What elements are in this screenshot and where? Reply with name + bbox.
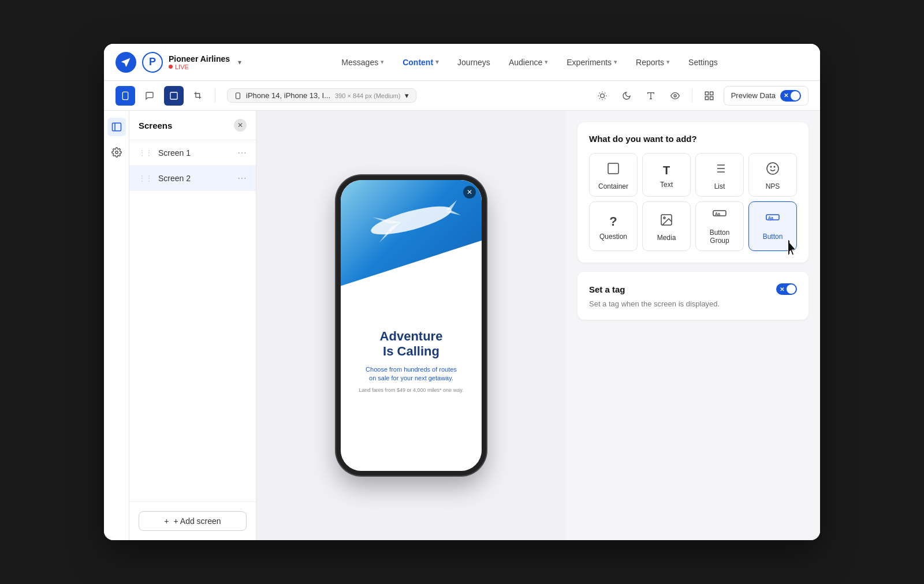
preview-button[interactable] [665, 86, 685, 106]
set-tag-card: Set a tag ✕ Set a tag when the screen is… [578, 272, 808, 320]
container-label: Container [598, 182, 628, 190]
nav-item-experiments[interactable]: Experiments ▾ [558, 54, 625, 70]
svg-rect-15 [705, 92, 708, 95]
phone-inner: ✕ AdventureIs Calling Choose from hundre… [341, 180, 482, 471]
toggle-x-icon: ✕ [784, 92, 788, 99]
svg-line-6 [599, 92, 600, 93]
svg-rect-2 [236, 93, 240, 99]
chevron-down-icon: ▾ [545, 58, 548, 66]
sun-icon [598, 91, 607, 100]
button-icon: Aa [766, 214, 780, 229]
screen-2-item[interactable]: ⋮⋮ Screen 2 ⋯ [129, 166, 256, 191]
element-button-button[interactable]: Aa Button [748, 201, 797, 251]
nav-item-messages[interactable]: Messages ▾ [333, 54, 392, 70]
nav-item-content[interactable]: Content ▾ [394, 54, 447, 70]
svg-rect-19 [112, 123, 121, 131]
fullscreen-button[interactable] [164, 86, 184, 106]
app-window: P Pioneer Airlines LIVE ▾ Messages ▾ Con… [104, 44, 820, 540]
add-screen-button[interactable]: + + Add screen [139, 511, 247, 531]
add-elements-title: What do you want to add? [589, 134, 797, 144]
device-selector[interactable]: iPhone 14, iPhone 13, I... 390 × 844 px … [227, 88, 416, 103]
phone-frame: ✕ AdventureIs Calling Choose from hundre… [336, 175, 486, 476]
nav-item-audience[interactable]: Audience ▾ [501, 54, 556, 70]
brand-status-badge: LIVE [169, 63, 230, 70]
text-size-button[interactable] [641, 86, 661, 106]
screens-footer: + + Add screen [129, 501, 256, 540]
container-icon [606, 162, 620, 179]
mouse-cursor-icon [786, 240, 800, 256]
element-container-button[interactable]: Container [589, 153, 638, 197]
button-label: Button [763, 233, 783, 241]
set-tag-toggle[interactable]: ✕ [776, 283, 797, 295]
button-group-icon: Aa [713, 210, 726, 225]
button-group-label: Button Group [701, 229, 739, 245]
nav-item-settings[interactable]: Settings [680, 54, 726, 70]
media-icon [660, 213, 673, 230]
text-label: Text [660, 181, 673, 189]
screens-close-button[interactable]: ✕ [234, 119, 247, 132]
add-screen-label: + Add screen [174, 516, 221, 526]
nav-item-journeys[interactable]: Journeys [449, 54, 498, 70]
plus-icon: + [164, 516, 169, 526]
svg-point-30 [767, 163, 778, 174]
settings-sidebar-button[interactable] [107, 143, 126, 162]
brand-text: Pioneer Airlines LIVE [169, 54, 230, 70]
element-button-group-button[interactable]: Aa Button Group [695, 201, 744, 251]
preview-data-toggle[interactable]: ✕ [780, 90, 801, 102]
mobile-view-button[interactable] [116, 86, 135, 106]
screen-1-item[interactable]: ⋮⋮ Screen 1 ⋯ [129, 140, 256, 166]
sidebar-icons [104, 111, 129, 540]
svg-point-14 [674, 95, 676, 97]
screens-sidebar-button[interactable] [107, 118, 126, 136]
toolbar-separator [215, 89, 215, 103]
status-dot [169, 65, 173, 69]
element-nps-button[interactable]: NPS [748, 153, 797, 197]
gear-icon [111, 147, 122, 158]
light-mode-button[interactable] [593, 86, 612, 106]
toolbar: iPhone 14, iPhone 13, I... 390 × 844 px … [104, 81, 820, 111]
element-text-button[interactable]: T Text [642, 153, 691, 197]
tag-header: Set a tag ✕ [589, 283, 797, 295]
phone-hero-image [341, 180, 482, 331]
preview-data-button[interactable]: Preview Data ✕ [724, 86, 808, 106]
question-icon: ? [609, 214, 617, 229]
text-icon: T [663, 164, 670, 177]
screen-1-more-icon[interactable]: ⋯ [237, 147, 247, 158]
dark-mode-button[interactable] [617, 86, 636, 106]
nps-label: NPS [766, 182, 780, 190]
screen-2-more-icon[interactable]: ⋯ [237, 173, 247, 184]
nav-item-reports[interactable]: Reports ▾ [628, 54, 678, 70]
screen-1-name: Screen 1 [158, 148, 232, 158]
nps-icon [766, 162, 780, 179]
preview-data-label: Preview Data [731, 91, 776, 100]
svg-rect-0 [122, 92, 128, 99]
device-size: 390 × 844 px (Medium) [335, 92, 400, 99]
phone-content: AdventureIs Calling Choose from hundreds… [341, 320, 482, 471]
element-question-button[interactable]: ? Question [589, 201, 638, 251]
crop-button[interactable] [188, 86, 208, 106]
element-list-button[interactable]: List [695, 153, 744, 197]
phone-subtitle: Choose from hundreds of routeson sale fo… [366, 365, 457, 383]
phone-icon [234, 92, 241, 99]
screens-header: Screens ✕ [129, 111, 256, 140]
svg-rect-23 [608, 163, 619, 174]
grid-button[interactable] [699, 86, 719, 106]
device-name: iPhone 14, iPhone 13, I... [246, 91, 330, 100]
brand-chevron-icon[interactable]: ▾ [238, 58, 241, 66]
brand-logo-p: P [142, 52, 163, 73]
screen-2-name: Screen 2 [158, 174, 232, 183]
phone-close-button[interactable]: ✕ [463, 186, 476, 199]
svg-point-3 [600, 93, 604, 98]
moon-icon [622, 91, 631, 100]
phone-fine-print: Land fares from $49 or 4,000 miles* one … [359, 387, 464, 393]
set-tag-description: Set a tag when the screen is displayed. [589, 300, 797, 308]
chevron-down-icon: ▾ [666, 58, 670, 66]
element-media-button[interactable]: Media [642, 201, 691, 251]
chat-view-button[interactable] [140, 86, 159, 106]
text-size-icon [646, 91, 655, 100]
toggle-knob [791, 91, 800, 100]
screens-panel: Screens ✕ ⋮⋮ Screen 1 ⋯ ⋮⋮ Screen 2 ⋯ + … [129, 111, 256, 540]
svg-line-11 [605, 92, 605, 93]
svg-rect-16 [710, 92, 713, 95]
phone-headline: AdventureIs Calling [380, 329, 443, 360]
